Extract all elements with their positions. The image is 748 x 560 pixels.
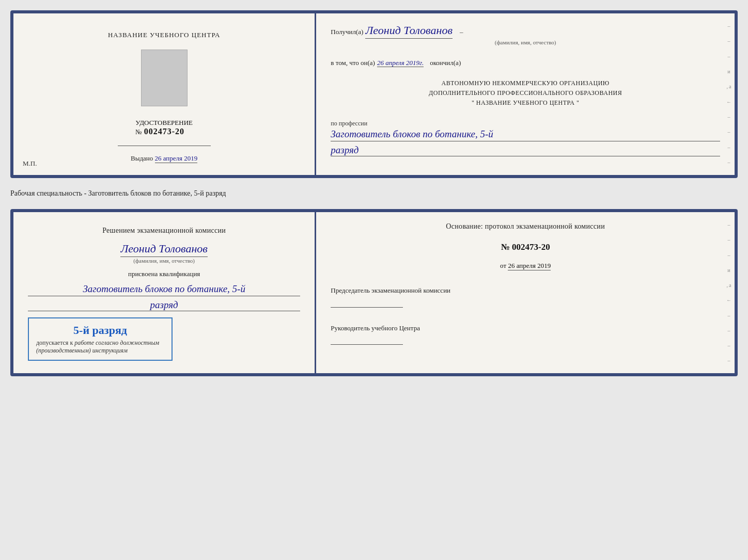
org-line1: АВТОНОМНУЮ НЕКОММЕРЧЕСКУЮ ОРГАНИЗАЦИЮ	[331, 78, 720, 88]
right-strip-top: –––и,а←––––	[726, 19, 733, 170]
assigned-label: присвоена квалификация	[28, 270, 300, 278]
osnov-date-block: от 26 апреля 2019	[331, 262, 720, 270]
date-prefix: от	[500, 262, 506, 269]
top-doc-left: НАЗВАНИЕ УЧЕБНОГО ЦЕНТРА УДОСТОВЕРЕНИЕ №…	[13, 13, 316, 175]
director-block: Руководитель учебного Центра	[331, 323, 720, 345]
org-line3: " НАЗВАНИЕ УЧЕБНОГО ЦЕНТРА "	[331, 98, 720, 108]
top-doc-title: НАЗВАНИЕ УЧЕБНОГО ЦЕНТРА	[108, 31, 220, 39]
stamp-main: 5-й разряд	[36, 324, 164, 337]
dash: –	[460, 28, 463, 36]
received-name: Леонид Толованов	[365, 24, 453, 39]
profession-label: по профессии	[331, 120, 720, 127]
bottom-doc-left: Решением экзаменационной комиссии Леонид…	[13, 212, 316, 373]
chairman-label-text: Председатель экзаменационной комиссии	[331, 285, 720, 296]
received-block: Получил(а) Леонид Толованов – (фамилия, …	[331, 24, 720, 45]
certified-line: в том, что он(а) 26 апреля 2019г. окончи…	[331, 58, 720, 67]
director-sign-line	[331, 344, 403, 345]
org-block: АВТОНОМНУЮ НЕКОММЕРЧЕСКУЮ ОРГАНИЗАЦИЮ ДО…	[331, 78, 720, 108]
right-strip-bottom: –––и,а←––––	[726, 217, 733, 368]
stamp-sub-text: допускается к	[36, 339, 73, 346]
page-wrapper: НАЗВАНИЕ УЧЕБНОГО ЦЕНТРА УДОСТОВЕРЕНИЕ №…	[10, 10, 738, 376]
stamp-sub: допускается к работе согласно должностны…	[36, 339, 164, 355]
top-doc-right: Получил(а) Леонид Толованов – (фамилия, …	[316, 13, 735, 175]
qual-name-block: Леонид Толованов (фамилия, имя, отчество…	[28, 240, 300, 264]
fio-label-top: (фамилия, имя, отчество)	[331, 39, 720, 45]
fio-label-bottom: (фамилия, имя, отчество)	[28, 258, 300, 264]
osnov-number-block: № 002473-20	[331, 242, 720, 252]
assigned-block: присвоена квалификация Заготовитель блок…	[28, 270, 300, 312]
certified-date: 26 апреля 2019г.	[377, 59, 424, 67]
issued-date: 26 апреля 2019	[155, 154, 198, 163]
bottom-doc-right: Основание: протокол экзаменационной коми…	[316, 212, 735, 373]
cert-number-block: УДОСТОВЕРЕНИЕ № 002473-20	[135, 118, 193, 136]
issued-label: Выдано	[131, 154, 153, 162]
certified-prefix: в том, что он(а)	[331, 59, 375, 67]
specialty-label: Рабочая специальность - Заготовитель бло…	[10, 187, 738, 200]
cert-number: 002473-20	[144, 127, 184, 136]
chairman-sign-line	[331, 307, 403, 308]
bottom-document: Решением экзаменационной комиссии Леонид…	[10, 209, 738, 376]
decision-text: Решением экзаменационной комиссии	[28, 225, 300, 237]
qual-profession-value: Заготовитель блоков по ботанике, 5-й	[28, 282, 300, 297]
chairman-block: Председатель экзаменационной комиссии	[331, 285, 720, 308]
cert-label: УДОСТОВЕРЕНИЕ	[135, 119, 193, 126]
profession-block: по профессии Заготовитель блоков по бота…	[331, 120, 720, 157]
cert-number-prefix: №	[135, 128, 142, 136]
certified-suffix: окончил(а)	[430, 59, 461, 67]
osnov-date-value: 26 апреля 2019	[508, 262, 551, 270]
director-label-text: Руководитель учебного Центра	[331, 323, 720, 333]
osnov-number-prefix: №	[501, 242, 510, 252]
qual-razryad-value: разряд	[28, 299, 300, 311]
stamp-box: 5-й разряд допускается к работе согласно…	[28, 317, 173, 361]
mp-label: М.П.	[23, 159, 37, 168]
cert-photo	[141, 50, 188, 106]
razryad-value: разряд	[331, 145, 720, 156]
qual-person-name: Леонид Толованов	[120, 242, 208, 257]
osnov-number: 002473-20	[512, 242, 550, 252]
decision-label: Решением экзаменационной комиссии	[102, 227, 226, 234]
received-prefix: Получил(а)	[331, 28, 363, 36]
top-document: НАЗВАНИЕ УЧЕБНОГО ЦЕНТРА УДОСТОВЕРЕНИЕ №…	[10, 10, 738, 178]
osnov-label: Основание: протокол экзаменационной коми…	[331, 222, 720, 231]
org-line2: ДОПОЛНИТЕЛЬНОГО ПРОФЕССИОНАЛЬНОГО ОБРАЗО…	[331, 88, 720, 98]
profession-value: Заготовитель блоков по ботанике, 5-й	[331, 127, 720, 142]
issued-line: Выдано 26 апреля 2019	[131, 154, 197, 163]
